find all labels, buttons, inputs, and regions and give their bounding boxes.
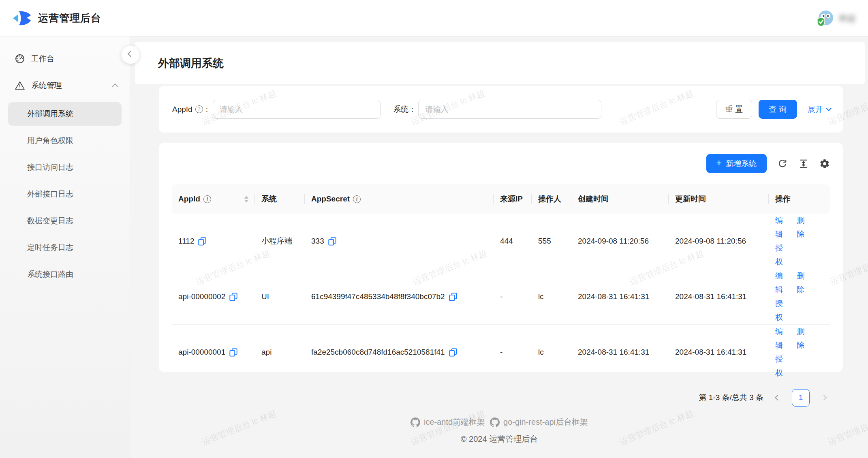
col-header-operator: 操作人 [532,184,571,214]
authorize-link[interactable]: 授权 [775,241,783,269]
sort-toggle[interactable] [244,196,248,203]
chevron-down-icon [826,105,832,111]
column-height-icon[interactable] [798,158,809,169]
query-button[interactable]: 查 询 [759,100,797,119]
app-title: 运营管理后台 [38,11,101,25]
systems-table: AppId i 系统 AppSecret [172,184,830,380]
copy-icon[interactable] [229,348,238,357]
sidebar-item-data-change-log[interactable]: 数据变更日志 [8,209,122,233]
add-system-button[interactable]: + 新增系统 [706,154,767,173]
caret-down-icon [244,200,248,203]
sidebar-item-cron-task-log[interactable]: 定时任务日志 [8,236,122,259]
col-header-appsecret: AppSecret i [305,184,494,214]
col-header-created-at: 创建时间 [571,184,669,214]
info-icon[interactable]: i [203,195,211,203]
table-header-row: AppId i 系统 AppSecret [172,184,830,214]
chevron-up-icon [112,83,119,90]
chevron-left-icon [127,50,134,57]
refresh-icon[interactable] [777,158,788,169]
appid-field-label: AppId ? : [172,105,208,114]
sidebar-collapse-button[interactable] [121,45,140,64]
authorize-link[interactable]: 授权 [775,297,783,324]
sidebar-item-workbench[interactable]: 工作台 [8,48,122,70]
sidebar-item-system-management[interactable]: 系统管理 [8,75,122,96]
col-header-source-ip: 来源IP [494,184,532,214]
help-icon[interactable]: ? [195,105,203,113]
sidebar-item-system-api-route[interactable]: 系统接口路由 [8,263,122,286]
system-field-label: 系统 : [393,104,413,115]
page-footer: ice-antd前端框架 go-gin-rest-api后台框架 © 2024 … [130,417,868,445]
settings-gear-icon[interactable] [819,158,830,169]
reset-button[interactable]: 重 置 [716,100,752,119]
username-redacted[interactable]: 林超 [839,13,856,24]
main-content: 外部调用系统 AppId ? : 系统 : 重 置 查 询 展开 + 新增系统 [130,36,868,458]
github-icon [410,417,420,427]
system-input[interactable] [418,100,601,119]
backend-repo-link[interactable]: go-gin-rest-api后台框架 [490,417,588,428]
expand-toggle[interactable]: 展开 [808,104,831,115]
search-panel: AppId ? : 系统 : 重 置 查 询 展开 [159,86,843,133]
info-icon[interactable]: i [353,195,361,203]
delete-link[interactable]: 删除 [797,325,804,352]
sidebar-item-label: 系统管理 [31,80,113,91]
avatar[interactable] [816,9,834,27]
delete-link[interactable]: 删除 [797,214,804,241]
col-header-actions: 操作 [769,184,830,214]
sidebar-item-external-call-system[interactable]: 外部调用系统 [8,102,122,126]
copy-icon[interactable] [449,292,458,301]
top-bar: 运营管理后台 林超 [0,0,868,36]
edit-link[interactable]: 编辑 [775,214,783,241]
sidebar-item-api-access-log[interactable]: 接口访问日志 [8,156,122,179]
pagination: 第 1-3 条/总共 3 条 1 [172,388,830,407]
app-logo-icon [12,10,32,27]
edit-link[interactable]: 编辑 [775,269,783,297]
table-panel: + 新增系统 [159,143,843,372]
sidebar-submenu: 外部调用系统 用户角色权限 接口访问日志 外部接口日志 数据变更日志 定时任务日… [8,102,122,286]
sidebar-item-label: 工作台 [31,54,118,64]
col-header-updated-at: 更新时间 [669,184,769,214]
copy-icon[interactable] [229,292,238,301]
page-title: 外部调用系统 [158,56,224,71]
table-toolbar: + 新增系统 [172,154,830,173]
frontend-repo-link[interactable]: ice-antd前端框架 [410,417,485,428]
chevron-left-icon [775,395,780,400]
plus-icon: + [716,158,722,168]
authorize-link[interactable]: 授权 [775,352,783,380]
page-header: 外部调用系统 [135,42,865,84]
appid-input[interactable] [213,100,381,119]
delete-link[interactable]: 删除 [797,269,804,297]
copy-icon[interactable] [449,348,458,357]
table-row: api-00000002 UI 61c94399f47c485334b48f8f… [172,269,830,325]
copyright: © 2024 运营管理后台 [130,434,868,445]
warning-icon [15,80,25,91]
copy-icon[interactable] [328,237,337,246]
page-number-button[interactable]: 1 [792,389,810,407]
github-icon [490,417,500,427]
dashboard-icon [15,54,25,64]
pagination-total: 第 1-3 条/总共 3 条 [699,392,763,403]
table-row: 1112 小程序端 333 444 555 2024-09-08 11:20:5… [172,214,830,269]
caret-up-icon [244,196,248,199]
next-page-button[interactable] [818,389,830,407]
col-header-system: 系统 [255,184,305,214]
prev-page-button[interactable] [772,389,784,407]
chevron-right-icon [821,395,827,400]
copy-icon[interactable] [198,237,207,246]
sidebar: 工作台 系统管理 外部调用系统 用户角色权限 接口访问日志 外部接口日志 数据变… [0,36,130,458]
sidebar-item-user-role-permission[interactable]: 用户角色权限 [8,129,122,152]
col-header-appid[interactable]: AppId i [172,184,255,214]
edit-link[interactable]: 编辑 [775,325,783,352]
table-row: api-00000001 api fa2e25cb060c8d748fd16ac… [172,325,830,380]
sidebar-item-external-api-log[interactable]: 外部接口日志 [8,182,122,206]
